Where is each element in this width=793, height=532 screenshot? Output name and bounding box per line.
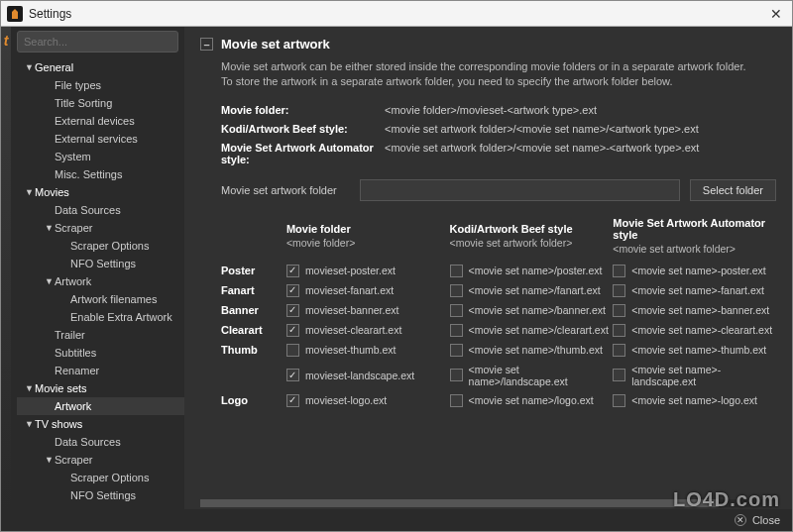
tree-item-label: Artwork	[55, 275, 91, 287]
path-row: Movie folder:<movie folder>/movieset-<ar…	[221, 104, 776, 116]
grid-row-label: Clearart	[221, 324, 286, 336]
artwork-folder-row: Movie set artwork folder Select folder	[200, 179, 776, 201]
path-label: Movie Set Artwork Automator style:	[221, 142, 385, 165]
grid-cell-text: movieset-logo.ext	[305, 394, 387, 406]
tree-item-label: Subtitles	[55, 347, 96, 359]
tree-item-label: Misc. Settings	[55, 168, 122, 180]
grid-cell-text: <movie set name>/poster.ext	[469, 265, 603, 276]
caret-icon: ▼	[25, 383, 35, 393]
tree-item-label: General	[35, 61, 73, 73]
checkbox[interactable]	[286, 394, 299, 407]
nav-tree[interactable]: ▼GeneralFile typesTitle SortingExternal …	[11, 56, 184, 509]
checkbox[interactable]	[613, 304, 625, 317]
grid-cell: movieset-landscape.ext	[286, 369, 450, 381]
tree-item-label: TV shows	[35, 418, 82, 430]
grid-cell: <movie set name>/landscape.ext	[450, 364, 614, 387]
grid-cell-text: <movie set name>-thumb.ext	[631, 344, 766, 356]
tree-item-file-types[interactable]: File types	[17, 76, 184, 94]
checkbox[interactable]	[286, 324, 299, 337]
search-input[interactable]	[17, 31, 178, 53]
tree-item-scraper-options[interactable]: Scraper Options	[17, 237, 184, 255]
checkbox[interactable]	[450, 394, 463, 407]
checkbox[interactable]	[286, 284, 299, 297]
sidebar: ▼GeneralFile typesTitle SortingExternal …	[11, 27, 184, 509]
grid-cell-text: <movie set name>-landscape.ext	[631, 364, 776, 387]
tree-item-artwork[interactable]: ▼Artwork	[17, 272, 184, 290]
grid-cell: <movie set name>-clearart.ext	[613, 324, 776, 337]
artwork-grid: Movie folder<movie folder>Kodi/Artwork B…	[200, 217, 776, 407]
tree-item-external-devices[interactable]: External devices	[17, 112, 184, 130]
checkbox[interactable]	[450, 369, 463, 381]
tree-item-artwork[interactable]: Artwork	[17, 397, 184, 415]
grid-cell-text: movieset-landscape.ext	[305, 370, 414, 381]
grid-row: movieset-landscape.ext<movie set name>/l…	[221, 364, 776, 387]
collapse-icon[interactable]: –	[200, 38, 213, 51]
grid-cell-text: movieset-thumb.ext	[305, 344, 396, 356]
tree-item-subtitles[interactable]: Subtitles	[17, 344, 184, 362]
grid-cell: movieset-clearart.ext	[286, 324, 450, 337]
tree-item-trailer[interactable]: Trailer	[17, 326, 184, 344]
tree-item-label: File types	[55, 79, 101, 91]
checkbox[interactable]	[613, 324, 625, 337]
tree-item-movies[interactable]: ▼Movies	[17, 183, 184, 201]
path-label: Movie folder:	[221, 104, 385, 116]
tree-item-nfo-settings[interactable]: NFO Settings	[17, 486, 184, 504]
tree-item-scraper[interactable]: ▼Scraper	[17, 451, 184, 469]
grid-column-header: Movie Set Artwork Automator style<movie …	[613, 217, 776, 255]
select-folder-button[interactable]: Select folder	[690, 179, 776, 201]
tree-item-title-sorting[interactable]: Title Sorting	[17, 94, 184, 112]
close-icon[interactable]: ✕	[766, 6, 786, 22]
tree-item-label: Artwork filenames	[70, 293, 157, 305]
tree-item-scraper[interactable]: ▼Scraper	[17, 219, 184, 237]
tree-item-external-services[interactable]: External services	[17, 130, 184, 148]
artwork-folder-input[interactable]	[360, 179, 680, 201]
main-panel: – Movie set artwork Movie set artwork ca…	[184, 27, 792, 509]
tree-item-tv-shows[interactable]: ▼TV shows	[17, 415, 184, 433]
artwork-folder-label: Movie set artwork folder	[221, 184, 350, 196]
checkbox[interactable]	[613, 394, 625, 407]
grid-cell-text: <movie set name>/logo.ext	[469, 394, 594, 406]
grid-row: Thumbmovieset-thumb.ext<movie set name>/…	[221, 344, 776, 357]
checkbox[interactable]	[613, 344, 625, 357]
checkbox[interactable]	[450, 304, 463, 317]
tree-item-enable-extra-artwork[interactable]: Enable Extra Artwork	[17, 308, 184, 326]
tree-item-general[interactable]: ▼General	[17, 58, 184, 76]
checkbox[interactable]	[286, 344, 299, 357]
checkbox[interactable]	[613, 265, 625, 277]
grid-row: Fanartmovieset-fanart.ext<movie set name…	[221, 284, 776, 297]
caret-icon: ▼	[25, 419, 35, 429]
tree-item-movie-sets[interactable]: ▼Movie sets	[17, 379, 184, 397]
tree-item-misc-settings[interactable]: Misc. Settings	[17, 165, 184, 183]
horizontal-scrollbar[interactable]	[200, 499, 776, 507]
grid-row: Bannermovieset-banner.ext<movie set name…	[221, 304, 776, 317]
tree-item-system[interactable]: System	[17, 148, 184, 165]
path-examples: Movie folder:<movie folder>/movieset-<ar…	[200, 104, 776, 165]
grid-cell: <movie set name>/fanart.ext	[450, 284, 614, 297]
grid-row-label: Thumb	[221, 344, 286, 356]
tree-item-label: Title Sorting	[55, 97, 112, 109]
tree-item-data-sources[interactable]: Data Sources	[17, 201, 184, 219]
tree-item-label: Enable Extra Artwork	[70, 311, 172, 323]
grid-row: Clearartmovieset-clearart.ext<movie set …	[221, 324, 776, 337]
grid-cell: movieset-banner.ext	[286, 304, 450, 317]
tree-item-nfo-settings[interactable]: NFO Settings	[17, 255, 184, 272]
tree-item-scraper-options[interactable]: Scraper Options	[17, 469, 184, 486]
tree-item-artwork-filenames[interactable]: Artwork filenames	[17, 290, 184, 308]
checkbox[interactable]	[613, 369, 625, 381]
checkbox[interactable]	[450, 324, 463, 337]
checkbox[interactable]	[613, 284, 625, 297]
close-circle-icon: ✕	[735, 514, 746, 526]
footer-close-button[interactable]: ✕ Close	[1, 509, 792, 531]
checkbox[interactable]	[286, 369, 299, 381]
grid-row-label: Banner	[221, 304, 286, 316]
checkbox[interactable]	[286, 304, 299, 317]
checkbox[interactable]	[450, 284, 463, 297]
checkbox[interactable]	[450, 344, 463, 357]
grid-cell: <movie set name>-landscape.ext	[613, 364, 776, 387]
tree-item-data-sources[interactable]: Data Sources	[17, 433, 184, 451]
section-header: – Movie set artwork	[200, 37, 776, 52]
grid-cell: movieset-poster.ext	[286, 265, 450, 277]
checkbox[interactable]	[286, 265, 299, 277]
checkbox[interactable]	[450, 265, 463, 277]
tree-item-renamer[interactable]: Renamer	[17, 362, 184, 379]
